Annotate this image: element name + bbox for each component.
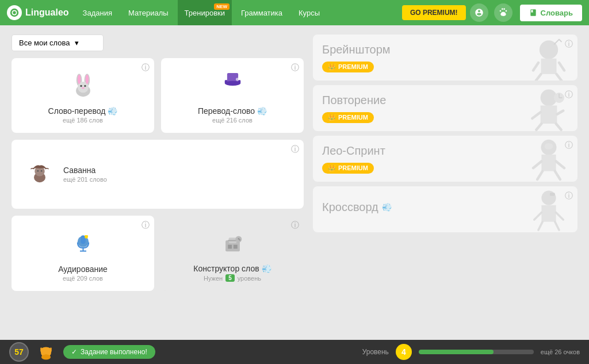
svg-point-8 [84, 85, 86, 86]
svg-line-52 [533, 162, 541, 168]
cowboy-icon [25, 158, 54, 186]
svg-line-43 [557, 111, 563, 114]
svg-line-60 [538, 222, 542, 230]
brainstorm-illustration [520, 35, 577, 81]
level-label: Уровень [362, 348, 389, 356]
svg-point-2 [13, 11, 16, 14]
svg-rect-41 [541, 106, 557, 124]
info-icon[interactable]: ⓘ [291, 63, 299, 73]
svg-point-9 [81, 87, 85, 89]
card-title-savanna: Саванна [63, 166, 107, 175]
svg-point-70 [40, 347, 52, 354]
svg-line-54 [537, 171, 542, 179]
svg-point-20 [41, 170, 43, 172]
nav-item-grammatika[interactable]: Грамматика [234, 0, 289, 25]
svg-rect-29 [228, 244, 232, 248]
leo-sprint-illustration [520, 136, 577, 182]
card-title-audiovanie: Аудирование [58, 265, 108, 274]
svg-line-38 [536, 74, 541, 81]
user-level-badge: 57 [9, 342, 29, 362]
svg-line-37 [559, 63, 564, 71]
card-audiovanie[interactable]: ⓘ Аудирование ещё 209 слов [12, 216, 154, 291]
svg-line-44 [536, 124, 541, 130]
svg-line-39 [557, 74, 562, 81]
card-brainstorm[interactable]: ⓘ Брейншторм 👑 PREMIUM [313, 35, 577, 81]
nav-item-trenirovki[interactable]: Тренировки NEW [178, 0, 232, 25]
wind-icon: 💨 [257, 106, 267, 116]
card-perevod-slovo[interactable]: ⓘ Перевод-слово 💨 ещё 216 слов [161, 58, 304, 133]
slovar-label: Словарь [541, 9, 573, 17]
wind-icon: 💨 [108, 106, 117, 116]
progress-bar-container [419, 350, 534, 354]
svg-line-42 [532, 112, 540, 118]
info-icon[interactable]: ⓘ [291, 144, 299, 155]
lion-mascot [36, 342, 56, 362]
card-leo-sprint[interactable]: ⓘ Лео-Спринт 👑 PREMIUM [313, 136, 577, 182]
svg-line-45 [556, 124, 561, 130]
card-krossword[interactable]: ⓘ Кроссворд 💨 [313, 186, 577, 232]
filter-dropdown[interactable]: Все мои слова ▾ [12, 35, 104, 51]
rabbit-icon [66, 67, 100, 102]
card-subtitle-konstruktor: Нужен 5 уровень [204, 274, 261, 282]
notification-icon[interactable] [470, 3, 488, 22]
svg-rect-51 [541, 155, 556, 171]
svg-line-55 [555, 171, 560, 179]
logo[interactable]: Lingualeo [7, 5, 69, 20]
filter-bar: Все мои слова ▾ [12, 35, 304, 51]
svg-text:✎: ✎ [237, 237, 240, 241]
paw-icon[interactable] [494, 3, 512, 22]
premium-badge-povtorenie: 👑 PREMIUM [322, 112, 374, 123]
training-cards-grid: ⓘ Слово-перевод [12, 58, 304, 291]
wind-icon: 💨 [262, 264, 271, 273]
nav-item-materialy[interactable]: Материалы [121, 0, 175, 25]
svg-rect-35 [541, 59, 557, 74]
main-content: Все мои слова ▾ ⓘ [0, 25, 589, 340]
logo-text: Lingualeo [25, 7, 69, 18]
svg-line-61 [555, 222, 559, 230]
svg-point-7 [80, 85, 82, 86]
card-title-slovo-perevod: Слово-перевод 💨 [48, 106, 118, 116]
svg-point-19 [37, 170, 39, 172]
progress-bar [419, 350, 494, 354]
logo-icon [7, 5, 22, 20]
checkmark-icon: ✓ [71, 348, 77, 356]
filter-label: Все мои слова [19, 39, 70, 47]
card-konstruktor[interactable]: ⓘ ✎ Конструктор слов 💨 [161, 216, 304, 291]
svg-point-64 [41, 355, 51, 360]
constructor-icon: ✎ [215, 225, 250, 259]
svg-point-11 [85, 74, 89, 84]
krossword-illustration [520, 186, 577, 232]
nav-item-zadaniya[interactable]: Задания [76, 0, 119, 25]
svg-line-36 [533, 63, 538, 71]
card-povtorenie[interactable]: ⓘ Повторение 👑 PREMIUM [313, 85, 577, 131]
bottom-bar: 57 ✓ Задание выполнено! Уровень 4 ещё 26… [0, 340, 589, 364]
task-done-badge: ✓ Задание выполнено! [63, 345, 155, 359]
svg-rect-57 [541, 205, 556, 222]
wind-icon-krossword: 💨 [382, 202, 392, 212]
left-panel: Все мои слова ▾ ⓘ [12, 35, 304, 331]
povtorenie-illustration [520, 85, 577, 131]
svg-line-58 [534, 212, 542, 220]
level-number: 4 [396, 344, 412, 360]
card-slovo-perevod[interactable]: ⓘ Слово-перевод [12, 58, 154, 133]
right-panel: ⓘ Брейншторм 👑 PREMIUM [313, 35, 577, 331]
navbar: Lingualeo Задания Материалы Тренировки N… [0, 0, 589, 25]
magician-hat-icon [215, 67, 250, 102]
svg-rect-62 [550, 193, 555, 196]
info-icon[interactable]: ⓘ [141, 220, 150, 231]
level-required-badge: 5 [225, 274, 235, 282]
card-savanna[interactable]: ⓘ Саванна ещё 20 [12, 140, 304, 209]
svg-point-16 [238, 76, 239, 78]
info-icon[interactable]: ⓘ [291, 220, 299, 231]
new-badge: NEW [214, 3, 230, 10]
chevron-down-icon: ▾ [75, 39, 79, 47]
go-premium-button[interactable]: GO PREMIUM! [402, 5, 466, 20]
svg-point-15 [236, 78, 239, 81]
slovar-button[interactable]: Словарь [520, 5, 582, 21]
info-icon[interactable]: ⓘ [141, 63, 150, 73]
nav-item-kursy[interactable]: Курсы [292, 0, 327, 25]
microphone-icon [66, 225, 100, 260]
svg-point-14 [224, 81, 240, 85]
card-subtitle-perevod-slovo: ещё 216 слов [212, 117, 253, 124]
svg-line-53 [556, 162, 564, 168]
